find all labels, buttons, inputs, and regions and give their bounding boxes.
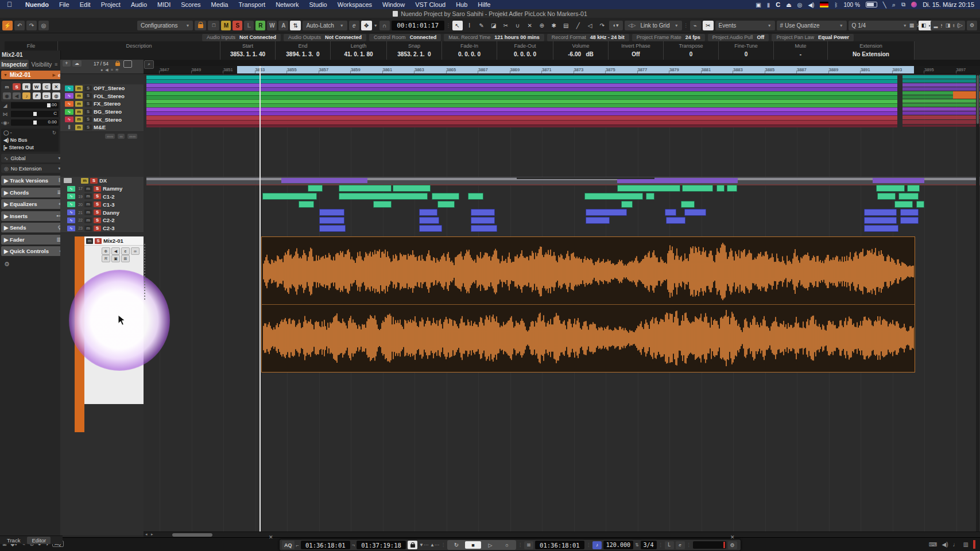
snap-type-dropdown[interactable]: Events▼	[715, 21, 775, 30]
track-mute-button[interactable]: m	[84, 209, 92, 215]
read-automation-button[interactable]: R	[22, 83, 30, 90]
line-tool[interactable]: ╱	[573, 21, 583, 30]
sync-button[interactable]: e	[676, 541, 685, 549]
solo-button[interactable]: S	[13, 83, 21, 90]
shuffle-filter-icon[interactable]: ≋	[115, 68, 119, 72]
menu-item-nuendo[interactable]: Nuendo	[20, 1, 54, 8]
audition-tool[interactable]: ◁	[585, 21, 595, 30]
automation-s-button[interactable]: S	[233, 21, 242, 30]
track-solo-button[interactable]: S	[94, 209, 101, 215]
track-mute-button[interactable]: m	[84, 186, 92, 192]
degree-icon[interactable]: ◎	[797, 2, 803, 8]
midi-event[interactable]	[682, 185, 713, 192]
stem-event[interactable]	[902, 107, 980, 111]
track-frame-button[interactable]	[123, 60, 132, 68]
midi-activity-icon[interactable]: ▥	[963, 541, 969, 548]
midi-event[interactable]	[716, 185, 725, 192]
menu-item-midi[interactable]: MIDI	[152, 1, 176, 8]
event-info-col-snap[interactable]: Snap3853. 2. 1. 0	[387, 41, 442, 60]
midi-event[interactable]	[308, 185, 323, 192]
track-solo-button[interactable]: S	[94, 193, 101, 199]
ruler-zoom-button[interactable]: ⌕	[144, 60, 154, 69]
midi-event[interactable]	[419, 225, 442, 232]
write-automation-button[interactable]: W	[33, 83, 41, 90]
draw-tool[interactable]: ✎	[477, 21, 487, 30]
menu-item-project[interactable]: Project	[96, 1, 126, 8]
setup-gear-icon[interactable]: ⚙	[967, 21, 977, 30]
screen-record-icon[interactable]: ▣	[756, 2, 761, 8]
track-mute-button[interactable]: m	[75, 93, 83, 99]
menu-item-media[interactable]: Media	[206, 1, 234, 8]
midi-event[interactable]	[864, 209, 897, 216]
list-filter-icon[interactable]: ≡	[111, 68, 113, 72]
stem-event[interactable]	[902, 99, 980, 103]
track-mute-button[interactable]: m	[84, 218, 92, 223]
track-row-fxstereo[interactable]: ∿mSFX_Stereo	[60, 100, 148, 108]
track-row-dx[interactable]: mSDX	[60, 177, 147, 185]
input-bus-label[interactable]: ◀) No Bus	[3, 137, 27, 143]
transport-setup-gear-icon[interactable]: ⚙	[728, 541, 737, 549]
punch-out-icon[interactable]: ▲⋯	[430, 542, 439, 548]
track-row-me[interactable]: ⫼mSM&E	[60, 123, 148, 132]
automation-w-button[interactable]: W	[267, 21, 277, 30]
meter-button[interactable]: ▭	[42, 92, 51, 99]
track-solo-button[interactable]: S	[94, 186, 101, 192]
track-solo-button[interactable]: S	[95, 238, 102, 244]
track-row-bgstereo[interactable]: ∿mSBG_Stereo	[60, 108, 148, 117]
midi-event[interactable]	[319, 217, 344, 224]
warp-tool[interactable]: ↷	[597, 21, 607, 30]
left-locator-time[interactable]: 01:36:18:01	[301, 541, 350, 549]
event-info-col-fadeout[interactable]: Fade-Out0. 0. 0. 0	[497, 41, 553, 60]
event-info-col-finetune[interactable]: Fine-Tune0	[719, 41, 774, 60]
track-mute-button[interactable]: m	[84, 226, 92, 231]
mini-button[interactable]: ▭▭	[127, 134, 137, 139]
pan-control-slider[interactable]: C	[11, 111, 59, 117]
menu-item-scores[interactable]: Scores	[176, 1, 206, 8]
midi-event[interactable]	[319, 209, 344, 216]
midi-event[interactable]	[877, 193, 896, 200]
add-track-button[interactable]: +	[63, 60, 71, 67]
right-zone-icon[interactable]: ◨	[943, 21, 953, 30]
snap-button[interactable]: ⌁	[690, 21, 701, 30]
color-menu-button[interactable]: ◐▾	[609, 21, 623, 30]
undo-button[interactable]: ↶	[14, 21, 25, 30]
eject-icon[interactable]: ⏏	[786, 2, 791, 8]
track-lock-button[interactable]	[113, 60, 122, 67]
menu-item-hilfe[interactable]: Hilfe	[472, 1, 495, 8]
midi-event[interactable]	[393, 185, 431, 192]
midi-event[interactable]	[319, 225, 346, 232]
extension-dropdown[interactable]: ◎No Extension▼	[1, 164, 64, 173]
menu-item-edit[interactable]: Edit	[75, 1, 96, 8]
track-row-mix2-01-selected[interactable]: mSMix2-01	[84, 236, 145, 246]
track-solo-button[interactable]: S	[94, 201, 101, 207]
midi-event[interactable]	[471, 225, 497, 232]
comp-tool[interactable]: ▤	[561, 21, 571, 30]
track-row-c23[interactable]: ∿23mSC2-3	[60, 224, 150, 233]
track-mute-button[interactable]: m	[81, 178, 88, 184]
left-zone-icon[interactable]: ◧	[919, 21, 929, 30]
stem-event[interactable]	[902, 120, 980, 124]
tab-inspector[interactable]: Inspector	[0, 60, 29, 69]
midi-event[interactable]	[432, 193, 459, 200]
midi-event[interactable]	[339, 185, 392, 192]
automation-a-button[interactable]: A	[278, 21, 288, 30]
menu-item-studio[interactable]: Studio	[304, 1, 332, 8]
track-solo-button[interactable]: S	[84, 93, 92, 99]
quantize-mode-dropdown[interactable]: # Use Quantize▼	[777, 21, 847, 30]
section-chords[interactable]: ▶ Chords≣	[1, 188, 64, 197]
trim-control-slider[interactable]: 0.00	[11, 119, 59, 126]
track-mute-button[interactable]: m	[75, 117, 83, 122]
punch-in-icon[interactable]: ▼⋯	[419, 542, 428, 548]
workspace-lock-button[interactable]	[195, 21, 206, 30]
keyboard-icon[interactable]: ⌨	[929, 541, 937, 548]
vertical-scrollbar[interactable]	[976, 73, 979, 531]
write-icon[interactable]: ▣	[111, 255, 120, 262]
battery-slim-icon[interactable]: ▮	[767, 2, 770, 8]
input-monitor-button[interactable]: ◀	[13, 92, 21, 99]
metronome-button[interactable]: Ⅼ	[665, 541, 674, 549]
event-info-col-description[interactable]: Description	[58, 41, 220, 60]
output-bus-label[interactable]: [▸ Stereo Out	[3, 145, 34, 150]
stem-event[interactable]	[902, 75, 980, 79]
left-locator-icon[interactable]: ⌐	[296, 542, 299, 548]
menu-item-workspaces[interactable]: Workspaces	[332, 1, 377, 8]
